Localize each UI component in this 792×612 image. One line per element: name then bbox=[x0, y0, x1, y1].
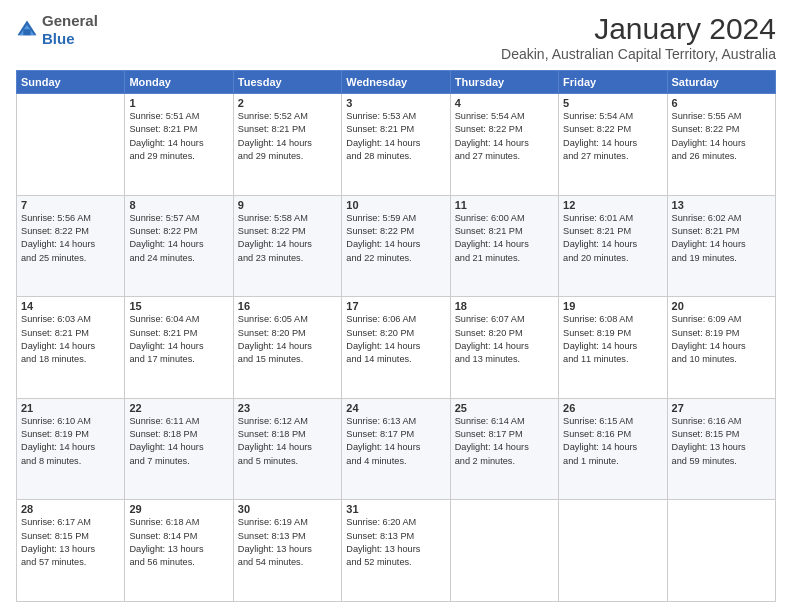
day-info: Sunrise: 5:52 AMSunset: 8:21 PMDaylight:… bbox=[238, 110, 337, 163]
day-cell: 7Sunrise: 5:56 AMSunset: 8:22 PMDaylight… bbox=[17, 195, 125, 297]
day-info: Sunrise: 6:02 AMSunset: 8:21 PMDaylight:… bbox=[672, 212, 771, 265]
day-number: 6 bbox=[672, 97, 771, 109]
day-cell: 23Sunrise: 6:12 AMSunset: 8:18 PMDayligh… bbox=[233, 398, 341, 500]
day-number: 5 bbox=[563, 97, 662, 109]
day-info: Sunrise: 6:16 AMSunset: 8:15 PMDaylight:… bbox=[672, 415, 771, 468]
day-cell: 29Sunrise: 6:18 AMSunset: 8:14 PMDayligh… bbox=[125, 500, 233, 602]
week-row-5: 28Sunrise: 6:17 AMSunset: 8:15 PMDayligh… bbox=[17, 500, 776, 602]
day-number: 23 bbox=[238, 402, 337, 414]
day-number: 13 bbox=[672, 199, 771, 211]
svg-rect-2 bbox=[23, 29, 30, 35]
col-header-tuesday: Tuesday bbox=[233, 71, 341, 94]
col-header-thursday: Thursday bbox=[450, 71, 558, 94]
col-header-saturday: Saturday bbox=[667, 71, 775, 94]
day-cell: 1Sunrise: 5:51 AMSunset: 8:21 PMDaylight… bbox=[125, 94, 233, 196]
day-info: Sunrise: 5:54 AMSunset: 8:22 PMDaylight:… bbox=[563, 110, 662, 163]
day-cell: 18Sunrise: 6:07 AMSunset: 8:20 PMDayligh… bbox=[450, 297, 558, 399]
logo-text-general: General bbox=[42, 12, 98, 29]
week-row-4: 21Sunrise: 6:10 AMSunset: 8:19 PMDayligh… bbox=[17, 398, 776, 500]
day-number: 30 bbox=[238, 503, 337, 515]
calendar-header-row: SundayMondayTuesdayWednesdayThursdayFrid… bbox=[17, 71, 776, 94]
day-cell bbox=[559, 500, 667, 602]
day-info: Sunrise: 6:00 AMSunset: 8:21 PMDaylight:… bbox=[455, 212, 554, 265]
day-info: Sunrise: 6:12 AMSunset: 8:18 PMDaylight:… bbox=[238, 415, 337, 468]
day-number: 26 bbox=[563, 402, 662, 414]
day-cell: 17Sunrise: 6:06 AMSunset: 8:20 PMDayligh… bbox=[342, 297, 450, 399]
day-number: 9 bbox=[238, 199, 337, 211]
day-info: Sunrise: 6:11 AMSunset: 8:18 PMDaylight:… bbox=[129, 415, 228, 468]
day-cell: 8Sunrise: 5:57 AMSunset: 8:22 PMDaylight… bbox=[125, 195, 233, 297]
day-number: 2 bbox=[238, 97, 337, 109]
day-cell: 24Sunrise: 6:13 AMSunset: 8:17 PMDayligh… bbox=[342, 398, 450, 500]
day-info: Sunrise: 6:20 AMSunset: 8:13 PMDaylight:… bbox=[346, 516, 445, 569]
day-cell: 13Sunrise: 6:02 AMSunset: 8:21 PMDayligh… bbox=[667, 195, 775, 297]
day-number: 29 bbox=[129, 503, 228, 515]
day-number: 19 bbox=[563, 300, 662, 312]
day-number: 11 bbox=[455, 199, 554, 211]
day-cell: 14Sunrise: 6:03 AMSunset: 8:21 PMDayligh… bbox=[17, 297, 125, 399]
day-number: 10 bbox=[346, 199, 445, 211]
day-cell: 3Sunrise: 5:53 AMSunset: 8:21 PMDaylight… bbox=[342, 94, 450, 196]
day-info: Sunrise: 6:01 AMSunset: 8:21 PMDaylight:… bbox=[563, 212, 662, 265]
day-number: 31 bbox=[346, 503, 445, 515]
day-cell: 2Sunrise: 5:52 AMSunset: 8:21 PMDaylight… bbox=[233, 94, 341, 196]
day-info: Sunrise: 6:14 AMSunset: 8:17 PMDaylight:… bbox=[455, 415, 554, 468]
day-number: 24 bbox=[346, 402, 445, 414]
day-cell: 26Sunrise: 6:15 AMSunset: 8:16 PMDayligh… bbox=[559, 398, 667, 500]
day-info: Sunrise: 5:54 AMSunset: 8:22 PMDaylight:… bbox=[455, 110, 554, 163]
day-cell: 19Sunrise: 6:08 AMSunset: 8:19 PMDayligh… bbox=[559, 297, 667, 399]
day-cell bbox=[667, 500, 775, 602]
day-number: 22 bbox=[129, 402, 228, 414]
month-title: January 2024 bbox=[501, 12, 776, 46]
day-cell bbox=[17, 94, 125, 196]
day-number: 17 bbox=[346, 300, 445, 312]
day-number: 4 bbox=[455, 97, 554, 109]
col-header-sunday: Sunday bbox=[17, 71, 125, 94]
week-row-2: 7Sunrise: 5:56 AMSunset: 8:22 PMDaylight… bbox=[17, 195, 776, 297]
day-cell: 5Sunrise: 5:54 AMSunset: 8:22 PMDaylight… bbox=[559, 94, 667, 196]
location-title: Deakin, Australian Capital Territory, Au… bbox=[501, 46, 776, 62]
logo-text-blue: Blue bbox=[42, 30, 75, 47]
logo-icon bbox=[16, 19, 38, 41]
day-cell: 22Sunrise: 6:11 AMSunset: 8:18 PMDayligh… bbox=[125, 398, 233, 500]
day-cell: 16Sunrise: 6:05 AMSunset: 8:20 PMDayligh… bbox=[233, 297, 341, 399]
day-number: 25 bbox=[455, 402, 554, 414]
day-cell: 25Sunrise: 6:14 AMSunset: 8:17 PMDayligh… bbox=[450, 398, 558, 500]
day-number: 1 bbox=[129, 97, 228, 109]
day-number: 12 bbox=[563, 199, 662, 211]
day-info: Sunrise: 6:05 AMSunset: 8:20 PMDaylight:… bbox=[238, 313, 337, 366]
day-info: Sunrise: 6:15 AMSunset: 8:16 PMDaylight:… bbox=[563, 415, 662, 468]
day-info: Sunrise: 6:18 AMSunset: 8:14 PMDaylight:… bbox=[129, 516, 228, 569]
title-block: January 2024 Deakin, Australian Capital … bbox=[501, 12, 776, 62]
page: General Blue January 2024 Deakin, Austra… bbox=[0, 0, 792, 612]
day-info: Sunrise: 5:51 AMSunset: 8:21 PMDaylight:… bbox=[129, 110, 228, 163]
day-cell: 10Sunrise: 5:59 AMSunset: 8:22 PMDayligh… bbox=[342, 195, 450, 297]
logo: General Blue bbox=[16, 12, 98, 48]
day-cell: 12Sunrise: 6:01 AMSunset: 8:21 PMDayligh… bbox=[559, 195, 667, 297]
day-info: Sunrise: 6:08 AMSunset: 8:19 PMDaylight:… bbox=[563, 313, 662, 366]
header: General Blue January 2024 Deakin, Austra… bbox=[16, 12, 776, 62]
week-row-1: 1Sunrise: 5:51 AMSunset: 8:21 PMDaylight… bbox=[17, 94, 776, 196]
day-cell: 4Sunrise: 5:54 AMSunset: 8:22 PMDaylight… bbox=[450, 94, 558, 196]
day-info: Sunrise: 6:10 AMSunset: 8:19 PMDaylight:… bbox=[21, 415, 120, 468]
day-number: 20 bbox=[672, 300, 771, 312]
day-info: Sunrise: 6:09 AMSunset: 8:19 PMDaylight:… bbox=[672, 313, 771, 366]
week-row-3: 14Sunrise: 6:03 AMSunset: 8:21 PMDayligh… bbox=[17, 297, 776, 399]
col-header-monday: Monday bbox=[125, 71, 233, 94]
day-cell: 11Sunrise: 6:00 AMSunset: 8:21 PMDayligh… bbox=[450, 195, 558, 297]
day-number: 3 bbox=[346, 97, 445, 109]
day-number: 14 bbox=[21, 300, 120, 312]
day-info: Sunrise: 6:04 AMSunset: 8:21 PMDaylight:… bbox=[129, 313, 228, 366]
day-cell: 15Sunrise: 6:04 AMSunset: 8:21 PMDayligh… bbox=[125, 297, 233, 399]
day-number: 21 bbox=[21, 402, 120, 414]
day-number: 27 bbox=[672, 402, 771, 414]
day-cell bbox=[450, 500, 558, 602]
day-cell: 20Sunrise: 6:09 AMSunset: 8:19 PMDayligh… bbox=[667, 297, 775, 399]
day-info: Sunrise: 6:19 AMSunset: 8:13 PMDaylight:… bbox=[238, 516, 337, 569]
day-info: Sunrise: 6:03 AMSunset: 8:21 PMDaylight:… bbox=[21, 313, 120, 366]
day-cell: 31Sunrise: 6:20 AMSunset: 8:13 PMDayligh… bbox=[342, 500, 450, 602]
day-info: Sunrise: 5:55 AMSunset: 8:22 PMDaylight:… bbox=[672, 110, 771, 163]
day-info: Sunrise: 6:13 AMSunset: 8:17 PMDaylight:… bbox=[346, 415, 445, 468]
day-number: 8 bbox=[129, 199, 228, 211]
day-cell: 28Sunrise: 6:17 AMSunset: 8:15 PMDayligh… bbox=[17, 500, 125, 602]
